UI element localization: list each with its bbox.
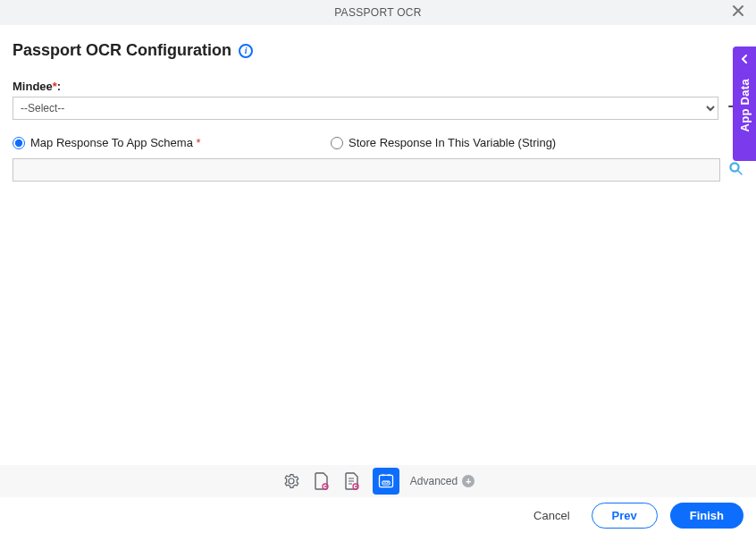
prev-button[interactable]: Prev bbox=[592, 503, 658, 529]
svg-point-0 bbox=[730, 163, 739, 172]
schema-row bbox=[13, 158, 743, 182]
radio-map[interactable] bbox=[13, 137, 25, 149]
doc2-icon[interactable] bbox=[342, 471, 362, 491]
close-icon[interactable] bbox=[731, 4, 745, 21]
page-heading: Passport OCR Configuration i bbox=[13, 41, 743, 60]
svg-point-4 bbox=[355, 486, 357, 487]
radio-store[interactable] bbox=[331, 137, 343, 149]
header-bar: PASSPORT OCR bbox=[0, 0, 756, 25]
advanced-label: Advanced bbox=[410, 475, 458, 487]
mindee-select-wrap: --Select-- bbox=[13, 97, 718, 120]
radio-map-label: Map Response To App Schema * bbox=[30, 136, 201, 149]
radio-row: Map Response To App Schema * Store Respo… bbox=[13, 136, 743, 149]
mindee-label: Mindee*: bbox=[13, 80, 743, 93]
page-title: Passport OCR Configuration bbox=[13, 41, 231, 60]
ocr-icon[interactable]: OCR bbox=[373, 468, 399, 495]
svg-rect-6 bbox=[382, 475, 384, 477]
schema-input[interactable] bbox=[13, 158, 720, 182]
cancel-button[interactable]: Cancel bbox=[525, 503, 578, 528]
radio-map-option[interactable]: Map Response To App Schema * bbox=[13, 136, 331, 149]
lookup-icon[interactable] bbox=[727, 160, 743, 180]
finish-button[interactable]: Finish bbox=[670, 503, 743, 529]
app-data-label: App Data bbox=[738, 79, 752, 131]
footer: Cancel Prev Finish bbox=[0, 497, 756, 533]
radio-store-option[interactable]: Store Response In This Variable (String) bbox=[331, 136, 649, 149]
page-body: Passport OCR Configuration i Mindee*: --… bbox=[0, 25, 756, 182]
info-icon[interactable]: i bbox=[239, 44, 253, 58]
gear-icon[interactable] bbox=[281, 471, 301, 491]
bottom-toolbar: OCR Advanced + bbox=[0, 465, 756, 497]
mindee-select[interactable]: --Select-- bbox=[13, 97, 718, 120]
app-data-tab[interactable]: App Data bbox=[733, 47, 756, 161]
plus-circle-icon: + bbox=[462, 475, 475, 487]
svg-rect-7 bbox=[387, 475, 390, 477]
chevron-left-icon bbox=[740, 52, 749, 66]
mindee-select-row: --Select-- bbox=[13, 97, 743, 120]
radio-store-label: Store Response In This Variable (String) bbox=[349, 136, 556, 149]
svg-point-2 bbox=[324, 486, 326, 487]
doc1-icon[interactable] bbox=[312, 471, 332, 491]
advanced-toggle[interactable]: Advanced + bbox=[410, 475, 475, 487]
svg-text:OCR: OCR bbox=[382, 481, 390, 485]
header-title: PASSPORT OCR bbox=[334, 6, 422, 19]
